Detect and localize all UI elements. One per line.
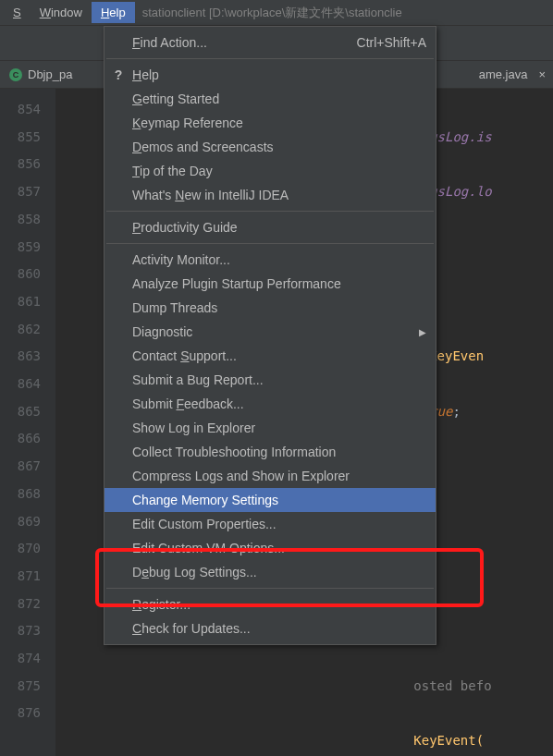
line-number: 859 bbox=[0, 234, 41, 262]
line-number: 855 bbox=[0, 124, 41, 152]
tab-label: ame.java bbox=[479, 67, 528, 81]
menu-productivity-guide[interactable]: Productivity Guide bbox=[104, 215, 436, 239]
menu-find-action[interactable]: Find Action... Ctrl+Shift+A bbox=[104, 30, 436, 55]
line-number: 857 bbox=[0, 178, 41, 206]
line-number: 869 bbox=[0, 508, 41, 536]
line-number: 875 bbox=[0, 673, 41, 701]
menu-getting-started[interactable]: Getting Started bbox=[104, 87, 436, 111]
shortcut-label: Ctrl+Shift+A bbox=[357, 35, 426, 50]
menu-tip-of-the-day[interactable]: Tip of the Day bbox=[104, 159, 436, 183]
line-number: 876 bbox=[0, 700, 41, 727]
gutter: 854 855 856 857 858 859 860 861 862 863 … bbox=[0, 89, 55, 756]
menu-demos[interactable]: Demos and Screencasts bbox=[104, 135, 436, 159]
menu-help[interactable]: Help bbox=[92, 2, 135, 23]
line-number: 864 bbox=[0, 371, 41, 398]
menu-show-log[interactable]: Show Log in Explorer bbox=[104, 416, 436, 440]
line-number: 862 bbox=[0, 316, 41, 344]
line-number: 870 bbox=[0, 535, 41, 563]
line-number: 873 bbox=[0, 617, 41, 645]
help-menu-dropdown: Find Action... Ctrl+Shift+A ? Help Getti… bbox=[104, 26, 436, 645]
menu-contact-support[interactable]: Contact Support... bbox=[104, 344, 436, 368]
tab-right[interactable]: ame.java × bbox=[470, 61, 553, 88]
class-icon: C bbox=[9, 68, 22, 81]
tab-label: Dbjp_pa bbox=[28, 67, 72, 81]
line-number: 871 bbox=[0, 563, 41, 591]
line-number: 866 bbox=[0, 425, 41, 453]
line-number: 868 bbox=[0, 481, 41, 508]
menu-s[interactable]: S bbox=[4, 2, 31, 23]
line-number: 858 bbox=[0, 206, 41, 234]
line-number: 872 bbox=[0, 591, 41, 618]
close-icon[interactable]: × bbox=[538, 67, 546, 81]
menu-analyze-plugin-startup[interactable]: Analyze Plugin Startup Performance bbox=[104, 272, 436, 296]
line-number: 865 bbox=[0, 398, 41, 426]
menu-submit-feedback[interactable]: Submit Feedback... bbox=[104, 392, 436, 416]
menu-troubleshoot[interactable]: Collect Troubleshooting Information bbox=[104, 440, 436, 464]
menu-help[interactable]: ? Help bbox=[104, 63, 436, 87]
menu-activity-monitor[interactable]: Activity Monitor... bbox=[104, 248, 436, 272]
separator bbox=[106, 211, 434, 212]
line-number: 856 bbox=[0, 151, 41, 178]
line-number: 854 bbox=[0, 96, 41, 124]
menu-edit-custom-properties[interactable]: Edit Custom Properties... bbox=[104, 512, 436, 536]
menu-submit-bug[interactable]: Submit a Bug Report... bbox=[104, 368, 436, 392]
project-title: stationclient [D:\workplace\新建文件夹\statio… bbox=[142, 5, 402, 21]
chevron-right-icon: ▶ bbox=[419, 327, 426, 337]
menu-edit-custom-vm[interactable]: Edit Custom VM Options... bbox=[104, 536, 436, 560]
menu-diagnostic[interactable]: Diagnostic ▶ bbox=[104, 320, 436, 344]
menu-window[interactable]: Window bbox=[31, 2, 92, 23]
menu-debug-log-settings[interactable]: Debug Log Settings... bbox=[104, 560, 436, 584]
tab-left[interactable]: C Dbjp_pa bbox=[0, 61, 81, 88]
line-number: 860 bbox=[0, 261, 41, 288]
separator bbox=[106, 588, 434, 589]
menu-change-memory-settings[interactable]: Change Memory Settings bbox=[104, 488, 436, 512]
help-icon: ? bbox=[111, 67, 126, 82]
menu-compress-logs[interactable]: Compress Logs and Show in Explorer bbox=[104, 464, 436, 488]
line-number: 867 bbox=[0, 453, 41, 481]
menu-dump-threads[interactable]: Dump Threads bbox=[104, 296, 436, 320]
line-number: 861 bbox=[0, 288, 41, 316]
menu-keymap-reference[interactable]: Keymap Reference bbox=[104, 111, 436, 135]
menu-check-updates[interactable]: Check for Updates... bbox=[104, 616, 436, 640]
line-number: 863 bbox=[0, 343, 41, 371]
separator bbox=[106, 58, 434, 59]
menubar: S Window Help stationclient [D:\workplac… bbox=[0, 0, 553, 26]
line-number: 874 bbox=[0, 645, 41, 673]
separator bbox=[106, 243, 434, 244]
menu-register[interactable]: Register... bbox=[104, 592, 436, 616]
menu-whats-new[interactable]: What's New in IntelliJ IDEA bbox=[104, 183, 436, 207]
